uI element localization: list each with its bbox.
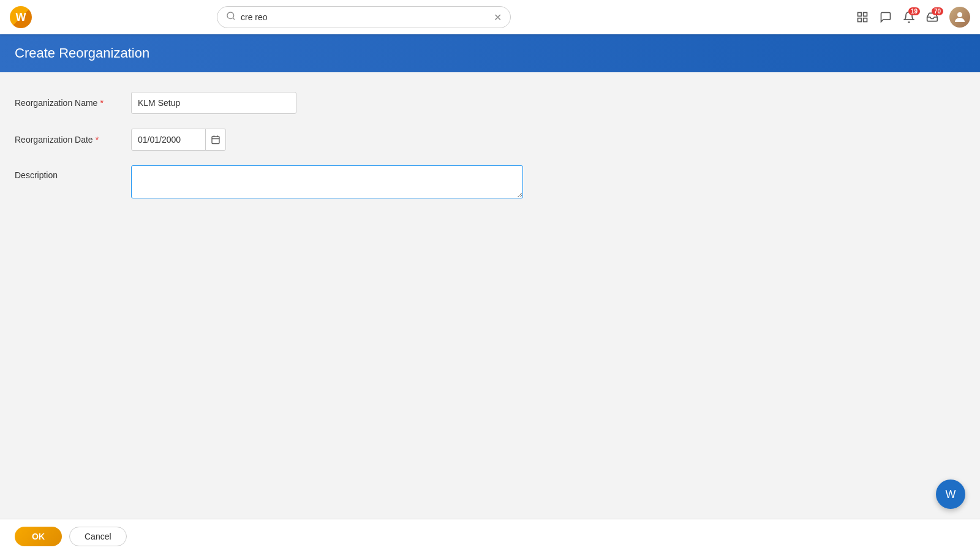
topnav-right-icons: 19 70 [856, 7, 970, 28]
svg-point-0 [227, 12, 234, 19]
top-navigation: W ✕ 19 [0, 0, 980, 34]
grid-menu-icon[interactable] [856, 11, 869, 23]
svg-line-1 [233, 18, 235, 20]
reorg-date-wrapper [131, 129, 226, 151]
global-search-bar: ✕ [217, 6, 511, 28]
logo-icon: W [10, 6, 32, 28]
bottom-action-bar: OK Cancel [0, 519, 980, 553]
svg-rect-7 [212, 137, 219, 144]
help-icon: W [946, 488, 956, 501]
cancel-button[interactable]: Cancel [69, 527, 127, 546]
svg-rect-5 [864, 18, 867, 22]
description-label: Description [15, 165, 131, 180]
reorg-date-row: Reorganization Date * [15, 129, 965, 151]
svg-rect-3 [864, 13, 867, 17]
search-input[interactable] [241, 12, 494, 22]
search-icon [226, 11, 236, 23]
page-header: Create Reorganization [0, 34, 980, 72]
svg-rect-2 [858, 13, 862, 17]
inbox-badge: 70 [932, 7, 943, 15]
workday-logo[interactable]: W [10, 6, 32, 28]
description-textarea[interactable] [131, 165, 523, 198]
svg-point-6 [957, 12, 962, 17]
reorg-date-input[interactable] [132, 129, 205, 150]
user-avatar[interactable] [949, 7, 970, 28]
calendar-icon-button[interactable] [205, 129, 225, 150]
reorg-name-input[interactable] [131, 92, 296, 114]
page-title: Create Reorganization [15, 45, 965, 61]
floating-help-button[interactable]: W [936, 480, 965, 509]
reorg-date-label: Reorganization Date * [15, 135, 131, 145]
inbox-icon[interactable]: 70 [926, 11, 938, 23]
search-clear-icon[interactable]: ✕ [494, 12, 502, 23]
reorg-name-label: Reorganization Name * [15, 98, 131, 108]
reorg-date-required: * [96, 135, 99, 145]
notifications-icon[interactable]: 19 [903, 11, 915, 23]
svg-rect-4 [858, 18, 862, 22]
ok-button[interactable]: OK [15, 527, 62, 546]
notifications-badge: 19 [908, 7, 920, 15]
main-content: Reorganization Name * Reorganization Dat… [0, 72, 980, 517]
reorg-name-required: * [100, 98, 103, 108]
chat-icon[interactable] [880, 11, 892, 23]
reorg-name-row: Reorganization Name * [15, 92, 965, 114]
description-row: Description [15, 165, 965, 198]
